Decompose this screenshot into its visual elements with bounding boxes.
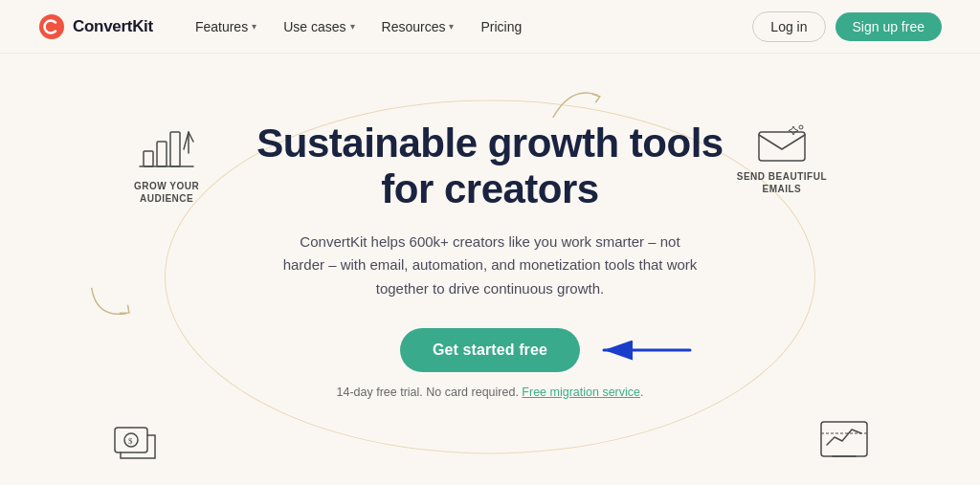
migration-link[interactable]: Free migration service: [522, 386, 640, 399]
analytics-icon: [813, 416, 875, 466]
navbar: ConvertKit Features ▾ Use cases ▾ Resour…: [0, 0, 980, 54]
email-label: Send BeautifulEmails: [737, 170, 827, 195]
nav-features[interactable]: Features ▾: [184, 13, 268, 40]
nav-actions: Log in Sign up free: [752, 11, 942, 42]
svg-rect-2: [157, 142, 167, 166]
cta-area: Get started free: [400, 328, 580, 372]
hero-section: Grow YourAudience Send BeautifulEmails $…: [0, 54, 980, 485]
login-button[interactable]: Log in: [752, 11, 825, 42]
svg-rect-1: [144, 151, 153, 166]
chevron-down-icon: ▾: [252, 21, 256, 32]
brand-name: ConvertKit: [73, 17, 153, 36]
grow-audience-decoration: Grow YourAudience: [134, 122, 199, 205]
cta-button[interactable]: Get started free: [400, 328, 580, 372]
grow-label: Grow YourAudience: [134, 180, 199, 205]
signup-button[interactable]: Sign up free: [835, 12, 943, 41]
chevron-down-icon: ▾: [449, 21, 454, 32]
svg-point-0: [39, 14, 64, 39]
svg-text:$: $: [128, 436, 133, 446]
logo[interactable]: ConvertKit: [38, 13, 153, 40]
nav-resources[interactable]: Resources ▾: [370, 13, 466, 40]
chart-icon: [136, 122, 197, 174]
chevron-down-icon: ▾: [350, 21, 355, 32]
email-icon: [755, 122, 809, 165]
email-decoration: Send BeautifulEmails: [737, 122, 827, 195]
svg-point-7: [799, 125, 803, 129]
svg-rect-6: [759, 132, 805, 161]
cta-arrow-icon: [590, 331, 695, 369]
nav-links: Features ▾ Use cases ▾ Resources ▾ Prici…: [184, 13, 752, 40]
hero-content: Sustainable growth tools for creators Co…: [237, 121, 742, 399]
trial-info: 14-day free trial. No card required. Fre…: [256, 386, 723, 399]
monetize-icon: $: [105, 420, 167, 466]
svg-rect-3: [170, 132, 180, 166]
nav-use-cases[interactable]: Use cases ▾: [272, 13, 366, 40]
arrow-left-icon: [76, 281, 140, 335]
hero-title: Sustainable growth tools for creators: [256, 121, 723, 213]
logo-icon: [38, 13, 65, 40]
hero-subtitle: ConvertKit helps 600k+ creators like you…: [279, 231, 701, 301]
nav-pricing[interactable]: Pricing: [469, 13, 533, 40]
